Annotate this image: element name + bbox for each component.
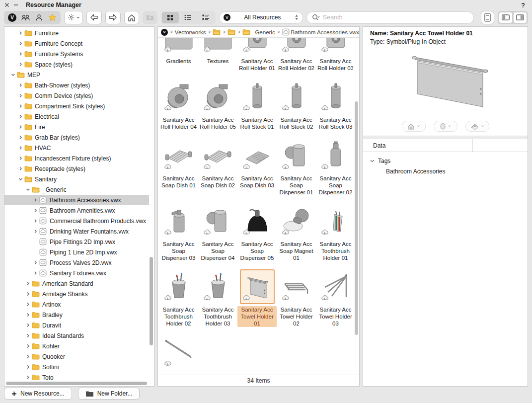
tree-item[interactable]: Electrical: [4, 111, 149, 122]
resource-thumbnail[interactable]: [161, 269, 196, 304]
sidebar-horizontal-scrollbar[interactable]: [6, 382, 147, 385]
tree-item[interactable]: Sanitary Fixtures.vwx: [4, 268, 149, 278]
chevron-right-icon[interactable]: [32, 229, 39, 234]
new-resource-button[interactable]: New Resource...: [4, 388, 72, 400]
chevron-right-icon[interactable]: [32, 219, 39, 223]
resource-thumbnail[interactable]: [201, 80, 235, 114]
tags-header-row[interactable]: Tags: [368, 156, 523, 166]
help-button[interactable]: ?: [521, 1, 525, 9]
object-preview-button[interactable]: [434, 121, 457, 132]
chevron-right-icon[interactable]: [17, 156, 24, 161]
resource-thumbnail[interactable]: [161, 138, 196, 173]
chevron-right-icon[interactable]: [32, 198, 39, 202]
resource-thumbnail[interactable]: [161, 335, 196, 370]
tree-item[interactable]: _Generic: [4, 184, 149, 195]
right-panel-toggle[interactable]: [514, 12, 527, 23]
tree-item[interactable]: Toto: [4, 372, 149, 380]
resource-filter-dropdown[interactable]: V All Resources: [219, 11, 303, 24]
breadcrumb-segment[interactable]: [228, 29, 235, 35]
chevron-right-icon[interactable]: [17, 114, 24, 119]
user-libraries-icon[interactable]: [33, 12, 45, 23]
browser-vertical-scrollbar[interactable]: [355, 101, 358, 335]
minimize-icon[interactable]: [13, 2, 19, 8]
grid-item[interactable]: Sanitary Acc Roll Holder 03: [316, 38, 353, 72]
resource-thumbnail[interactable]: [318, 38, 353, 56]
chevron-right-icon[interactable]: [32, 271, 39, 275]
grid-item[interactable]: Sanitary Acc Soap Dish 01: [159, 138, 198, 196]
chevron-right-icon[interactable]: [32, 208, 39, 213]
resource-thumbnail[interactable]: [279, 204, 314, 239]
grid-item[interactable]: [159, 335, 198, 370]
chevron-down-icon[interactable]: [24, 187, 31, 192]
breadcrumb-segment[interactable]: _Generic: [242, 29, 275, 35]
chevron-right-icon[interactable]: [17, 166, 24, 171]
chevron-right-icon[interactable]: [17, 31, 24, 35]
chevron-right-icon[interactable]: [17, 62, 24, 67]
resource-thumbnail[interactable]: [161, 80, 196, 114]
chevron-right-icon[interactable]: [24, 354, 31, 359]
sidebar-vertical-scrollbar[interactable]: [150, 257, 153, 345]
chevron-right-icon[interactable]: [24, 313, 31, 317]
tree-item[interactable]: Bradley: [4, 310, 149, 320]
tree-item[interactable]: Receptacle (styles): [4, 163, 149, 174]
resource-thumbnail[interactable]: [201, 38, 235, 56]
resource-thumbnail[interactable]: [318, 204, 353, 239]
chevron-right-icon[interactable]: [17, 104, 24, 108]
search-input[interactable]: [322, 13, 468, 21]
render-mode-button[interactable]: [402, 121, 426, 132]
resource-thumbnail[interactable]: [201, 269, 235, 304]
chevron-right-icon[interactable]: [24, 365, 31, 369]
favorites-star-icon[interactable]: [46, 12, 59, 23]
chevron-right-icon[interactable]: [17, 41, 24, 46]
resource-thumbnail[interactable]: [240, 38, 275, 56]
tree-item[interactable]: MEP: [4, 70, 149, 80]
tree-item[interactable]: Space (styles): [4, 59, 149, 70]
tree-item[interactable]: Ideal Standards: [4, 330, 149, 341]
grid-item[interactable]: Sanitary Acc Roll Stock 01: [237, 80, 277, 130]
close-icon[interactable]: [4, 2, 10, 8]
breadcrumb-segment[interactable]: [213, 29, 221, 35]
resource-thumbnail[interactable]: [279, 269, 314, 304]
resource-thumbnail[interactable]: [240, 138, 275, 173]
grid-item[interactable]: Sanitary Acc Soap Dispenser 01: [277, 138, 316, 196]
tree-item[interactable]: Bathroom Accessories.vwx: [4, 195, 149, 205]
resource-thumbnail[interactable]: [318, 80, 353, 114]
tree-item[interactable]: Drinking Water Fountains.vwx: [4, 226, 149, 237]
forward-button[interactable]: [105, 11, 121, 24]
tree-item[interactable]: Furniture Systems: [4, 49, 149, 59]
chevron-right-icon[interactable]: [24, 323, 31, 327]
tree-item[interactable]: Sanitary: [4, 174, 149, 184]
chevron-right-icon[interactable]: [24, 375, 31, 380]
tree-item[interactable]: Sottini: [4, 362, 149, 372]
chevron-right-icon[interactable]: [17, 52, 24, 56]
resource-thumbnail[interactable]: [279, 38, 314, 56]
tree-item[interactable]: Incandescent Fixture (styles): [4, 153, 149, 163]
chevron-down-icon[interactable]: [17, 177, 24, 181]
grid-item[interactable]: Sanitary Acc Toothbrush Holder 01: [316, 204, 353, 261]
tree-item[interactable]: HVAC: [4, 143, 149, 153]
grid-item[interactable]: Sanitary Acc Roll Holder 05: [198, 80, 237, 130]
list-view-button[interactable]: [180, 12, 197, 23]
grid-item[interactable]: Sanitary Acc Toothbrush Holder 03: [198, 269, 237, 327]
grid-item[interactable]: Sanitary Acc Towel Holder 02: [277, 269, 316, 327]
grid-item[interactable]: Sanitary Acc Roll Holder 04: [159, 80, 198, 130]
chevron-right-icon[interactable]: [17, 83, 24, 87]
resource-thumbnail[interactable]: [240, 204, 275, 239]
resource-thumbnail[interactable]: [161, 38, 196, 56]
tree-item[interactable]: American Standard: [4, 278, 149, 289]
grid-item[interactable]: Sanitary Acc Towel Holder 03: [316, 269, 353, 327]
left-panel-toggle[interactable]: [499, 12, 512, 23]
chevron-right-icon[interactable]: [24, 333, 31, 338]
home-button[interactable]: [124, 11, 139, 24]
breadcrumb-segment[interactable]: V: [161, 29, 168, 36]
tree-item[interactable]: Kohler: [4, 341, 149, 351]
grid-item[interactable]: Sanitary Acc Roll Stock 03: [316, 80, 353, 130]
chevron-right-icon[interactable]: [17, 135, 24, 140]
teapot-preview-button[interactable]: [465, 121, 489, 132]
grid-item[interactable]: Sanitary Acc Toothbrush Holder 02: [159, 269, 198, 327]
tree-item[interactable]: Furniture Concept: [4, 38, 149, 49]
grid-item[interactable]: Sanitary Acc Soap Dispenser 02: [316, 138, 353, 196]
tree-item[interactable]: Compartment Sink (styles): [4, 101, 149, 111]
grid-item[interactable]: Gradients: [159, 38, 198, 72]
search-field[interactable]: [306, 11, 474, 24]
